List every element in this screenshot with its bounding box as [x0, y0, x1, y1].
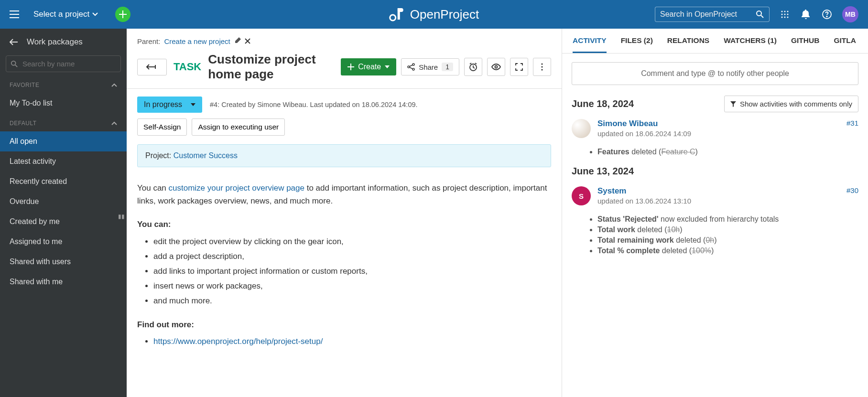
svg-point-3: [757, 11, 761, 16]
activity-date: June 18, 2024: [572, 98, 634, 109]
user-avatar[interactable]: MB: [842, 6, 858, 22]
svg-point-21: [541, 63, 542, 64]
search-input[interactable]: [660, 10, 756, 19]
clear-parent-icon[interactable]: [245, 37, 250, 45]
assign-executing-button[interactable]: Assign to executing user: [192, 118, 285, 136]
self-assign-button[interactable]: Self-Assign: [137, 118, 187, 136]
svg-point-9: [787, 14, 789, 15]
activity-change: Status 'Rejected' now excluded from hier…: [597, 215, 858, 224]
activity-number[interactable]: #30: [846, 186, 858, 196]
svg-point-20: [495, 66, 498, 68]
sidebar-item[interactable]: My To-do list: [0, 93, 127, 113]
back-button[interactable]: [137, 59, 167, 75]
tab[interactable]: ACTIVITY: [573, 36, 607, 53]
list-item: edit the project overview by clicking on…: [153, 235, 551, 248]
activity-change: Total remaining work deleted (0h): [597, 236, 858, 245]
activity-entry: Simone Wibeau #31 updated on 18.06.2024 …: [562, 114, 868, 143]
svg-point-17: [412, 64, 414, 65]
svg-point-14: [826, 16, 827, 17]
sidebar-group-label[interactable]: DEFAULT: [0, 120, 127, 127]
activity-user[interactable]: Simone Wibeau: [597, 119, 658, 129]
bell-icon[interactable]: [800, 9, 812, 20]
activity-user[interactable]: System: [597, 186, 626, 196]
hamburger-icon[interactable]: [10, 11, 19, 18]
project-link[interactable]: Customer Success: [174, 151, 238, 160]
project-select[interactable]: Select a project: [33, 10, 98, 19]
sidebar-item[interactable]: Recently created: [0, 172, 127, 192]
work-package-title[interactable]: Customize project home page: [208, 52, 334, 82]
activity-change: Total % complete deleted (100%): [597, 247, 858, 255]
plus-icon: [347, 64, 354, 70]
activity-change: Features deleted (Feature C): [597, 148, 858, 156]
description[interactable]: You can customize your project overview …: [137, 182, 551, 348]
share-button[interactable]: Share 1: [401, 58, 459, 75]
sidebar-item[interactable]: All open: [0, 131, 127, 151]
tab[interactable]: GITHUB: [791, 36, 819, 53]
type-label: TASK: [174, 61, 201, 73]
activity-avatar: [572, 119, 591, 138]
activity-entry: S System #30 updated on 13.06.2024 13:10: [562, 182, 868, 210]
filter-icon: [730, 101, 736, 107]
resize-handle-icon[interactable]: ▮▮: [118, 213, 125, 220]
sidebar-search-input[interactable]: [6, 55, 121, 72]
sidebar-item[interactable]: Latest activity: [0, 151, 127, 172]
status-select[interactable]: In progress: [137, 97, 202, 113]
svg-point-10: [781, 17, 783, 18]
chevron-up-icon: [111, 83, 117, 87]
apps-icon[interactable]: [779, 9, 791, 20]
search-icon: [756, 10, 764, 19]
more-button[interactable]: [533, 58, 551, 76]
activity-avatar: S: [572, 186, 591, 205]
share-count-badge: 1: [442, 63, 453, 71]
openproject-icon: [389, 7, 405, 21]
help-icon[interactable]: [821, 9, 833, 20]
activity-change: Total work deleted (10h): [597, 225, 858, 234]
sidebar-item[interactable]: Created by me: [0, 212, 127, 232]
fullscreen-button[interactable]: [510, 58, 528, 76]
sidebar-item[interactable]: Overdue: [0, 192, 127, 212]
sidebar-group-label[interactable]: FAVORITE: [0, 82, 127, 88]
filter-activities-button[interactable]: Show activities with comments only: [724, 96, 858, 112]
find-out-link[interactable]: https://www.openproject.org/help/project…: [153, 337, 323, 346]
timer-button[interactable]: [464, 58, 482, 76]
tab[interactable]: RELATIONS: [667, 36, 709, 53]
customize-link[interactable]: customize your project overview page: [169, 183, 304, 193]
svg-point-15: [11, 61, 16, 65]
sidebar-back[interactable]: Work packages: [0, 37, 127, 55]
sidebar-item[interactable]: Shared with me: [0, 272, 127, 292]
create-button[interactable]: Create: [341, 58, 396, 75]
tab[interactable]: GITLA: [834, 36, 856, 53]
sidebar-item[interactable]: Shared with users: [0, 252, 127, 272]
svg-point-6: [787, 11, 789, 12]
svg-point-11: [784, 17, 786, 18]
tab[interactable]: WATCHERS (1): [724, 36, 777, 53]
back-icon: [146, 64, 158, 70]
list-item: insert news or work packages,: [153, 279, 551, 292]
sidebar-item[interactable]: Assigned to me: [0, 232, 127, 252]
svg-point-16: [408, 66, 410, 68]
arrow-left-icon: [10, 39, 18, 45]
global-search[interactable]: [655, 7, 770, 22]
activity-number[interactable]: #31: [846, 119, 858, 129]
brand-logo: OpenProject: [389, 7, 479, 22]
svg-point-7: [781, 14, 783, 15]
add-button[interactable]: [115, 7, 130, 22]
comment-input[interactable]: Comment and type @ to notify other peopl…: [572, 62, 858, 85]
svg-point-23: [541, 69, 542, 70]
eye-icon: [491, 64, 501, 70]
meta-text: #4: Created by Simone Wibeau. Last updat…: [210, 101, 418, 108]
parent-label: Parent:: [137, 37, 160, 45]
tab[interactable]: FILES (2): [621, 36, 653, 53]
watch-button[interactable]: [487, 58, 505, 76]
timer-icon: [468, 62, 478, 72]
svg-point-4: [781, 11, 783, 12]
share-icon: [407, 63, 415, 71]
parent-link[interactable]: Create a new project: [164, 37, 230, 45]
project-banner: Project: Customer Success: [137, 144, 551, 167]
activity-timestamp: updated on 18.06.2024 14:09: [597, 129, 858, 138]
work-package-detail: Parent: Create a new project TASK Custom…: [127, 29, 562, 397]
list-item: add links to important project informati…: [153, 265, 551, 278]
edit-parent-icon[interactable]: [234, 37, 241, 45]
chevron-down-icon: [191, 103, 195, 106]
list-item: and much more.: [153, 294, 551, 307]
